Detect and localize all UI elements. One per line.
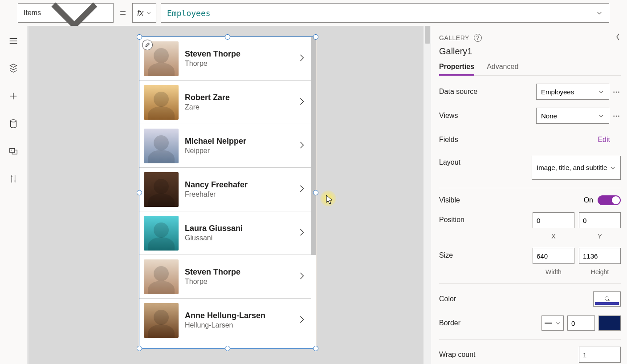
- gallery-item[interactable]: Nancy Freehafer Freehafer: [139, 168, 311, 211]
- selection-handle[interactable]: [313, 34, 318, 40]
- color-swatch: [595, 302, 619, 305]
- fx-button[interactable]: fx: [132, 3, 156, 23]
- fill-icon: [603, 295, 611, 303]
- canvas-scrollbar[interactable]: [424, 26, 431, 364]
- gallery-item-subtitle: Zare: [185, 103, 293, 111]
- label-wrap-count: Wrap count: [439, 351, 579, 359]
- chevron-right-icon[interactable]: [299, 140, 305, 152]
- chevron-right-icon[interactable]: [299, 97, 305, 108]
- chevron-right-icon[interactable]: [299, 271, 305, 283]
- hamburger-icon[interactable]: [8, 36, 19, 46]
- gallery-item[interactable]: Robert Zare Zare: [139, 81, 311, 124]
- more-options-icon[interactable]: ⋯: [613, 88, 621, 96]
- gallery-item-text: Steven Thorpe Thorpe: [185, 267, 293, 286]
- border-width-input[interactable]: [567, 315, 595, 331]
- label-size: Size: [439, 248, 533, 259]
- border-style-select[interactable]: [542, 315, 564, 331]
- gallery-item[interactable]: Steven Thorpe Thorpe: [139, 255, 311, 299]
- visible-state-label: On: [584, 196, 593, 204]
- color-picker[interactable]: [593, 291, 621, 307]
- size-height-input[interactable]: [579, 248, 621, 264]
- border-color-swatch[interactable]: [598, 315, 621, 331]
- edit-fields-link[interactable]: Edit: [598, 136, 621, 144]
- gallery-item-text: Robert Zare Zare: [185, 93, 293, 111]
- chevron-right-icon[interactable]: [299, 227, 305, 239]
- separator: [439, 283, 621, 284]
- panel-header: GALLERY ?: [439, 33, 621, 43]
- avatar: [144, 172, 179, 207]
- gallery-item-subtitle: Thorpe: [185, 278, 293, 286]
- formula-bar: Items = fx Employees: [18, 3, 609, 23]
- size-width-input[interactable]: [533, 248, 574, 264]
- row-border: Border: [439, 315, 621, 331]
- visible-toggle[interactable]: [598, 195, 621, 205]
- canvas-scroll-thumb[interactable]: [425, 26, 430, 44]
- gallery-control[interactable]: Steven Thorpe Thorpe Robert Zare Zare: [139, 36, 316, 349]
- formula-text: Employees: [167, 8, 211, 18]
- gallery-item-subtitle: Hellung-Larsen: [185, 321, 293, 329]
- gallery-item-text: Nancy Freehafer Freehafer: [185, 180, 293, 198]
- chevron-right-icon[interactable]: [299, 184, 305, 195]
- gallery-edit-button[interactable]: [142, 40, 153, 50]
- data-icon[interactable]: [8, 118, 19, 129]
- canvas-surface[interactable]: Steven Thorpe Thorpe Robert Zare Zare: [28, 26, 423, 364]
- data-source-select[interactable]: Employees: [536, 84, 609, 100]
- media-icon[interactable]: [8, 146, 19, 157]
- canvas-area: Steven Thorpe Thorpe Robert Zare Zare: [27, 26, 431, 364]
- data-source-value: Employees: [541, 88, 574, 96]
- control-name: Gallery1: [439, 46, 621, 57]
- views-select[interactable]: None: [536, 108, 609, 124]
- layout-select[interactable]: Image, title, and subtitle: [532, 156, 621, 180]
- chevron-down-icon: [598, 113, 604, 119]
- position-y-input[interactable]: [579, 212, 621, 228]
- label-border: Border: [439, 319, 542, 327]
- gallery-item-title: Nancy Freehafer: [185, 180, 293, 190]
- tree-view-icon[interactable]: [8, 63, 19, 74]
- selection-handle[interactable]: [225, 34, 230, 40]
- gallery-item[interactable]: Michael Neipper Neipper: [139, 124, 311, 168]
- info-icon[interactable]: ?: [474, 34, 482, 42]
- row-data-source: Data source Employees ⋯: [439, 84, 621, 100]
- avatar: [144, 303, 179, 338]
- gallery-item[interactable]: Anne Hellung-Larsen Hellung-Larsen: [139, 299, 311, 342]
- formula-input[interactable]: Employees: [161, 3, 609, 23]
- wrap-count-input[interactable]: [579, 347, 621, 363]
- chevron-down-icon: [610, 165, 616, 171]
- chevron-right-icon[interactable]: [299, 315, 305, 326]
- selection-handle[interactable]: [225, 346, 230, 351]
- more-options-icon[interactable]: ⋯: [613, 112, 621, 120]
- fx-label: fx: [137, 8, 143, 18]
- gallery-item-text: Steven Thorpe Thorpe: [185, 49, 293, 68]
- row-layout: Layout Image, title, and subtitle: [439, 156, 621, 180]
- gallery-scroll-thumb[interactable]: [311, 37, 316, 255]
- selection-handle[interactable]: [137, 346, 142, 351]
- position-x-input[interactable]: [533, 212, 574, 228]
- gallery-item-text: Anne Hellung-Larsen Hellung-Larsen: [185, 311, 293, 329]
- expand-panel-icon[interactable]: [615, 33, 621, 43]
- label-fields: Fields: [439, 136, 598, 144]
- control-type-label: GALLERY: [439, 34, 469, 41]
- selection-handle[interactable]: [137, 190, 142, 195]
- row-color: Color: [439, 291, 621, 307]
- gallery-item-title: Steven Thorpe: [185, 49, 293, 59]
- row-position: Position X Y: [439, 212, 621, 240]
- row-size: Size Width Height: [439, 248, 621, 275]
- label-layout: Layout: [439, 156, 532, 166]
- gallery-item[interactable]: Laura Giussani Giussani: [139, 211, 311, 255]
- tab-properties[interactable]: Properties: [439, 63, 474, 76]
- gallery-item-title: Anne Hellung-Larsen: [185, 311, 293, 320]
- gallery-item[interactable]: Steven Thorpe Thorpe: [139, 37, 311, 81]
- insert-icon[interactable]: [8, 91, 19, 101]
- chevron-right-icon[interactable]: [299, 53, 305, 65]
- separator: [439, 339, 621, 340]
- property-selector[interactable]: Items: [18, 3, 114, 23]
- chevron-down-icon: [146, 10, 151, 16]
- label-views: Views: [439, 112, 536, 120]
- border-line-icon: [545, 323, 552, 324]
- selection-handle[interactable]: [313, 190, 318, 195]
- selection-handle[interactable]: [313, 346, 318, 351]
- tab-advanced[interactable]: Advanced: [487, 63, 518, 75]
- tools-icon[interactable]: [8, 174, 19, 184]
- x-sublabel: X: [551, 233, 555, 240]
- selection-handle[interactable]: [137, 34, 142, 40]
